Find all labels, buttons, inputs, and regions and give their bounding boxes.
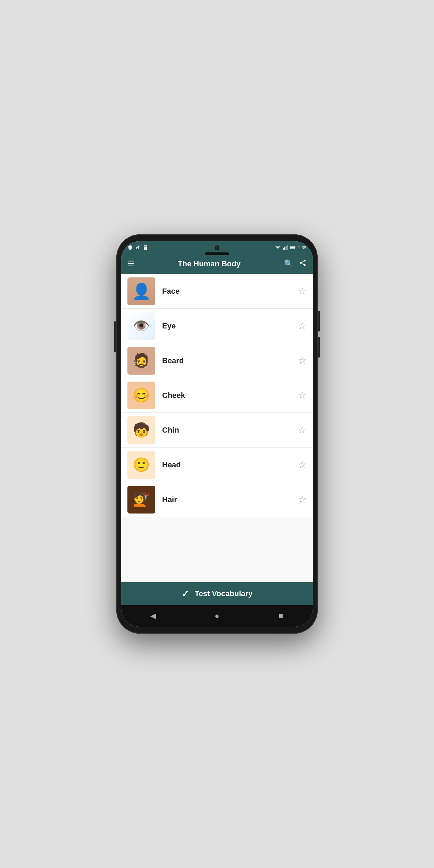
vocab-label-eye: Eye: [155, 322, 298, 331]
checkmark-icon: ✓: [182, 589, 189, 599]
status-icons-right: 1:35: [275, 245, 307, 250]
list-item[interactable]: Cheek ☆: [121, 378, 313, 413]
svg-rect-5: [284, 247, 285, 250]
svg-rect-9: [291, 247, 294, 248]
favorite-star-chin[interactable]: ☆: [298, 424, 307, 436]
list-item[interactable]: Face ☆: [121, 274, 313, 309]
status-time: 1:35: [298, 245, 307, 250]
vocab-label-beard: Beard: [155, 356, 298, 365]
recents-button[interactable]: ■: [274, 609, 288, 623]
list-item[interactable]: Hair ☆: [121, 482, 313, 517]
share-button[interactable]: [299, 259, 307, 269]
favorite-star-beard[interactable]: ☆: [298, 355, 307, 366]
vocabulary-list: Face ☆ Eye ☆ Beard ☆ Cheek ☆ Chin: [121, 274, 313, 582]
svg-rect-7: [287, 245, 288, 250]
vocab-label-head: Head: [155, 460, 298, 469]
favorite-star-eye[interactable]: ☆: [298, 320, 307, 332]
list-item[interactable]: Head ☆: [121, 448, 313, 482]
home-button[interactable]: ●: [210, 609, 224, 623]
favorite-star-cheek[interactable]: ☆: [298, 390, 307, 401]
vocab-label-chin: Chin: [155, 426, 298, 435]
favorite-star-hair[interactable]: ☆: [298, 494, 307, 505]
favorite-star-face[interactable]: ☆: [298, 285, 307, 297]
vocab-label-face: Face: [155, 287, 298, 296]
svg-rect-2: [145, 246, 145, 247]
face-thumbnail: [127, 277, 155, 305]
cheek-thumbnail: [127, 382, 155, 409]
speaker: [205, 252, 229, 255]
menu-button[interactable]: ☰: [127, 259, 134, 268]
list-item[interactable]: Eye ☆: [121, 309, 313, 343]
sd-icon: [143, 245, 148, 250]
volume-up-button[interactable]: [318, 311, 320, 332]
test-vocabulary-label: Test Vocabulary: [195, 589, 253, 598]
front-camera: [215, 245, 219, 250]
head-thumbnail: [127, 451, 155, 479]
favorite-star-head[interactable]: ☆: [298, 459, 307, 470]
status-icons-left: [127, 245, 148, 250]
test-vocabulary-button[interactable]: ✓ Test Vocabulary: [121, 582, 313, 605]
beard-thumbnail: [127, 347, 155, 375]
bottom-navigation: ◀ ● ■: [121, 605, 313, 627]
svg-rect-4: [283, 248, 284, 250]
search-button[interactable]: 🔍: [284, 259, 293, 268]
back-button[interactable]: ◀: [146, 609, 160, 623]
phone-shell: 1:35 ☰ The Human Body 🔍 Face ☆ Eye ☆: [116, 234, 318, 634]
font-icon: [135, 245, 141, 250]
app-bar: ☰ The Human Body 🔍: [121, 254, 313, 274]
battery-icon: [290, 245, 296, 250]
svg-rect-6: [285, 246, 286, 250]
power-button[interactable]: [114, 321, 116, 352]
svg-rect-3: [146, 246, 146, 247]
shield-icon: [127, 245, 133, 250]
list-item[interactable]: Beard ☆: [121, 343, 313, 378]
app-title: The Human Body: [140, 259, 278, 268]
hair-thumbnail: [127, 486, 155, 514]
signal-icon: [283, 245, 288, 250]
wifi-icon: [275, 245, 281, 250]
vocab-label-cheek: Cheek: [155, 391, 298, 400]
vocab-label-hair: Hair: [155, 495, 298, 504]
screen: 1:35 ☰ The Human Body 🔍 Face ☆ Eye ☆: [121, 241, 313, 627]
list-item[interactable]: Chin ☆: [121, 413, 313, 448]
chin-thumbnail: [127, 416, 155, 444]
svg-rect-1: [144, 246, 145, 247]
eye-thumbnail: [127, 312, 155, 340]
volume-down-button[interactable]: [318, 337, 320, 358]
